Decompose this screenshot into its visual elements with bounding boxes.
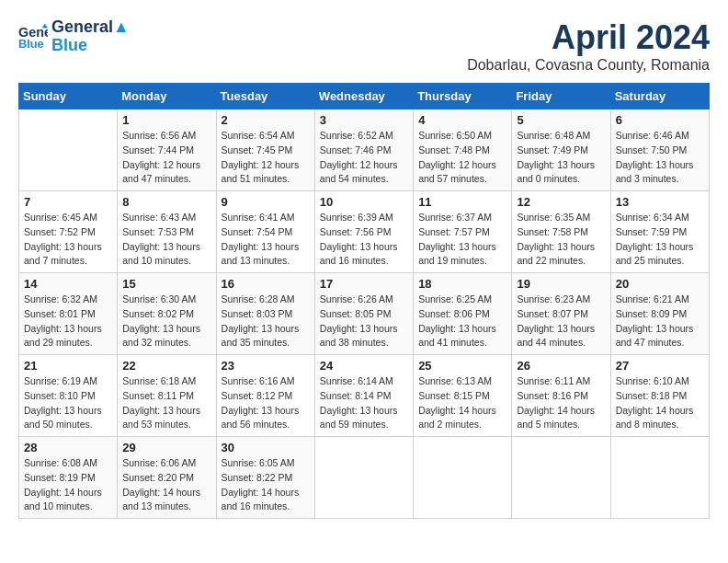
day-info: Sunrise: 6:30 AM Sunset: 8:02 PM Dayligh… bbox=[122, 293, 210, 350]
weekday-header: Saturday bbox=[610, 84, 709, 109]
calendar-week-row: 21Sunrise: 6:19 AM Sunset: 8:10 PM Dayli… bbox=[19, 355, 710, 437]
svg-text:Blue: Blue bbox=[18, 37, 44, 51]
day-info: Sunrise: 6:06 AM Sunset: 8:20 PM Dayligh… bbox=[122, 456, 210, 514]
calendar-week-row: 28Sunrise: 6:08 AM Sunset: 8:19 PM Dayli… bbox=[19, 437, 710, 519]
weekday-header: Thursday bbox=[414, 84, 512, 109]
day-info: Sunrise: 6:10 AM Sunset: 8:18 PM Dayligh… bbox=[616, 374, 704, 432]
calendar-cell: 28Sunrise: 6:08 AM Sunset: 8:19 PM Dayli… bbox=[19, 437, 118, 519]
calendar-table: SundayMondayTuesdayWednesdayThursdayFrid… bbox=[18, 83, 710, 519]
day-info: Sunrise: 6:16 AM Sunset: 8:12 PM Dayligh… bbox=[222, 374, 310, 432]
calendar-cell bbox=[314, 437, 413, 519]
day-number: 27 bbox=[616, 359, 704, 373]
logo-icon: General Blue bbox=[18, 22, 48, 52]
calendar-cell: 29Sunrise: 6:06 AM Sunset: 8:20 PM Dayli… bbox=[118, 437, 216, 519]
day-info: Sunrise: 6:50 AM Sunset: 7:48 PM Dayligh… bbox=[418, 129, 506, 187]
day-number: 3 bbox=[320, 113, 408, 127]
calendar-cell: 3Sunrise: 6:52 AM Sunset: 7:46 PM Daylig… bbox=[314, 109, 413, 191]
day-number: 18 bbox=[418, 277, 506, 291]
day-info: Sunrise: 6:05 AM Sunset: 8:22 PM Dayligh… bbox=[222, 456, 310, 514]
calendar-cell: 26Sunrise: 6:11 AM Sunset: 8:16 PM Dayli… bbox=[512, 355, 610, 437]
calendar-title: April 2024 bbox=[467, 18, 710, 57]
day-info: Sunrise: 6:23 AM Sunset: 8:07 PM Dayligh… bbox=[517, 293, 605, 350]
day-info: Sunrise: 6:28 AM Sunset: 8:03 PM Dayligh… bbox=[222, 293, 310, 350]
calendar-cell: 15Sunrise: 6:30 AM Sunset: 8:02 PM Dayli… bbox=[118, 273, 216, 355]
calendar-cell: 12Sunrise: 6:35 AM Sunset: 7:58 PM Dayli… bbox=[512, 191, 610, 273]
day-info: Sunrise: 6:21 AM Sunset: 8:09 PM Dayligh… bbox=[616, 293, 704, 350]
day-number: 19 bbox=[517, 277, 605, 291]
calendar-cell: 5Sunrise: 6:48 AM Sunset: 7:49 PM Daylig… bbox=[512, 109, 610, 191]
day-number: 25 bbox=[418, 359, 506, 373]
calendar-cell: 6Sunrise: 6:46 AM Sunset: 7:50 PM Daylig… bbox=[610, 109, 709, 191]
weekday-header: Friday bbox=[512, 84, 610, 109]
calendar-cell bbox=[414, 437, 512, 519]
day-number: 1 bbox=[122, 113, 210, 127]
calendar-cell: 18Sunrise: 6:25 AM Sunset: 8:06 PM Dayli… bbox=[414, 273, 512, 355]
calendar-week-row: 1Sunrise: 6:56 AM Sunset: 7:44 PM Daylig… bbox=[19, 109, 710, 191]
calendar-cell: 17Sunrise: 6:26 AM Sunset: 8:05 PM Dayli… bbox=[314, 273, 413, 355]
day-number: 22 bbox=[122, 359, 210, 373]
calendar-cell bbox=[512, 437, 610, 519]
day-number: 21 bbox=[24, 359, 112, 373]
calendar-cell: 24Sunrise: 6:14 AM Sunset: 8:14 PM Dayli… bbox=[314, 355, 413, 437]
day-number: 17 bbox=[320, 277, 408, 291]
day-number: 4 bbox=[418, 113, 506, 127]
day-info: Sunrise: 6:19 AM Sunset: 8:10 PM Dayligh… bbox=[24, 374, 112, 432]
day-info: Sunrise: 6:37 AM Sunset: 7:57 PM Dayligh… bbox=[418, 211, 506, 269]
calendar-cell bbox=[610, 437, 709, 519]
day-number: 24 bbox=[320, 359, 408, 373]
day-info: Sunrise: 6:39 AM Sunset: 7:56 PM Dayligh… bbox=[320, 211, 408, 269]
calendar-cell: 23Sunrise: 6:16 AM Sunset: 8:12 PM Dayli… bbox=[216, 355, 314, 437]
day-info: Sunrise: 6:34 AM Sunset: 7:59 PM Dayligh… bbox=[616, 211, 704, 269]
day-number: 16 bbox=[222, 277, 310, 291]
day-number: 23 bbox=[222, 359, 310, 373]
day-info: Sunrise: 6:41 AM Sunset: 7:54 PM Dayligh… bbox=[222, 211, 310, 269]
calendar-header-row: SundayMondayTuesdayWednesdayThursdayFrid… bbox=[19, 84, 710, 109]
day-info: Sunrise: 6:08 AM Sunset: 8:19 PM Dayligh… bbox=[24, 456, 112, 514]
calendar-cell bbox=[19, 109, 118, 191]
calendar-cell: 20Sunrise: 6:21 AM Sunset: 8:09 PM Dayli… bbox=[610, 273, 709, 355]
day-info: Sunrise: 6:56 AM Sunset: 7:44 PM Dayligh… bbox=[122, 129, 210, 187]
calendar-cell: 1Sunrise: 6:56 AM Sunset: 7:44 PM Daylig… bbox=[118, 109, 216, 191]
calendar-cell: 19Sunrise: 6:23 AM Sunset: 8:07 PM Dayli… bbox=[512, 273, 610, 355]
weekday-header: Wednesday bbox=[314, 84, 413, 109]
day-number: 11 bbox=[418, 195, 506, 209]
day-info: Sunrise: 6:13 AM Sunset: 8:15 PM Dayligh… bbox=[418, 374, 506, 432]
weekday-header: Tuesday bbox=[216, 84, 314, 109]
calendar-cell: 30Sunrise: 6:05 AM Sunset: 8:22 PM Dayli… bbox=[216, 437, 314, 519]
day-info: Sunrise: 6:46 AM Sunset: 7:50 PM Dayligh… bbox=[616, 129, 704, 187]
logo: General Blue General▲ Blue bbox=[18, 18, 130, 55]
day-info: Sunrise: 6:14 AM Sunset: 8:14 PM Dayligh… bbox=[320, 374, 408, 432]
day-info: Sunrise: 6:11 AM Sunset: 8:16 PM Dayligh… bbox=[517, 374, 605, 432]
day-number: 13 bbox=[616, 195, 704, 209]
calendar-cell: 13Sunrise: 6:34 AM Sunset: 7:59 PM Dayli… bbox=[610, 191, 709, 273]
calendar-cell: 9Sunrise: 6:41 AM Sunset: 7:54 PM Daylig… bbox=[216, 191, 314, 273]
calendar-cell: 10Sunrise: 6:39 AM Sunset: 7:56 PM Dayli… bbox=[314, 191, 413, 273]
logo-text-line1: General▲ bbox=[51, 18, 130, 37]
day-number: 7 bbox=[24, 195, 112, 209]
calendar-cell: 4Sunrise: 6:50 AM Sunset: 7:48 PM Daylig… bbox=[414, 109, 512, 191]
day-number: 15 bbox=[122, 277, 210, 291]
day-number: 12 bbox=[517, 195, 605, 209]
calendar-cell: 22Sunrise: 6:18 AM Sunset: 8:11 PM Dayli… bbox=[118, 355, 216, 437]
calendar-week-row: 7Sunrise: 6:45 AM Sunset: 7:52 PM Daylig… bbox=[19, 191, 710, 273]
day-info: Sunrise: 6:25 AM Sunset: 8:06 PM Dayligh… bbox=[418, 293, 506, 350]
calendar-cell: 27Sunrise: 6:10 AM Sunset: 8:18 PM Dayli… bbox=[610, 355, 709, 437]
day-number: 20 bbox=[616, 277, 704, 291]
day-number: 9 bbox=[222, 195, 310, 209]
title-area: April 2024 Dobarlau, Covasna County, Rom… bbox=[467, 18, 710, 74]
day-number: 29 bbox=[122, 441, 210, 454]
day-info: Sunrise: 6:45 AM Sunset: 7:52 PM Dayligh… bbox=[24, 211, 112, 269]
day-info: Sunrise: 6:54 AM Sunset: 7:45 PM Dayligh… bbox=[222, 129, 310, 187]
day-number: 26 bbox=[517, 359, 605, 373]
day-number: 14 bbox=[24, 277, 112, 291]
calendar-cell: 7Sunrise: 6:45 AM Sunset: 7:52 PM Daylig… bbox=[19, 191, 118, 273]
day-number: 2 bbox=[222, 113, 310, 127]
weekday-header: Monday bbox=[118, 84, 216, 109]
calendar-cell: 21Sunrise: 6:19 AM Sunset: 8:10 PM Dayli… bbox=[19, 355, 118, 437]
day-number: 5 bbox=[517, 113, 605, 127]
logo-text-line2: Blue bbox=[51, 37, 130, 55]
day-info: Sunrise: 6:48 AM Sunset: 7:49 PM Dayligh… bbox=[517, 129, 605, 187]
calendar-cell: 11Sunrise: 6:37 AM Sunset: 7:57 PM Dayli… bbox=[414, 191, 512, 273]
day-info: Sunrise: 6:18 AM Sunset: 8:11 PM Dayligh… bbox=[122, 374, 210, 432]
calendar-week-row: 14Sunrise: 6:32 AM Sunset: 8:01 PM Dayli… bbox=[19, 273, 710, 355]
